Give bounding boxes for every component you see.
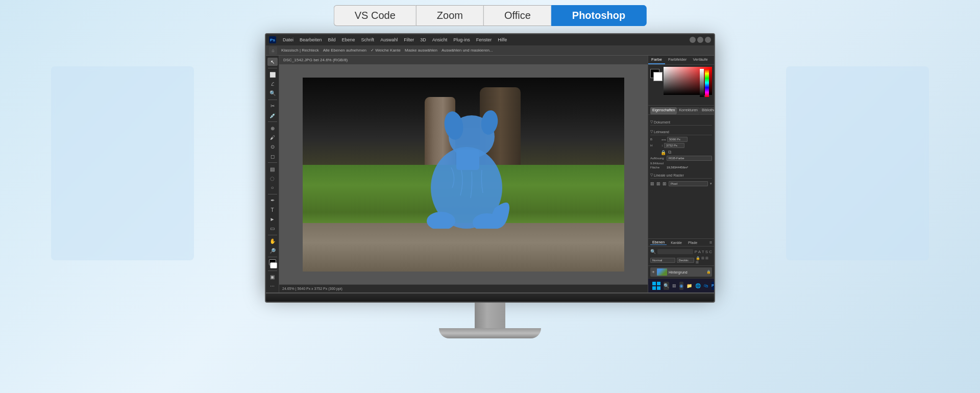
layers-search-row: 🔍 P A T S C — [648, 248, 714, 255]
prop-doc-title: ▽ Dokument — [650, 119, 712, 126]
tab-pfade[interactable]: Pfade — [686, 240, 699, 245]
menu-auswahl[interactable]: Auswahl — [378, 36, 400, 43]
taskbar-folder-icon[interactable]: 📁 — [687, 282, 692, 290]
menu-ebene[interactable]: Ebene — [339, 36, 358, 43]
tool-eraser[interactable]: ◻ — [267, 152, 278, 160]
tool-more[interactable]: ··· — [267, 282, 278, 290]
prop-row-height: H ↕ 3752 Px — [650, 143, 712, 148]
ps-status-bar: 24.65% | 5640 Px x 3752 Px (300 ppi) — [279, 284, 648, 292]
tab-zoom[interactable]: Zoom — [416, 5, 483, 26]
prop-width-input[interactable]: 5066 Px — [667, 137, 688, 142]
ps-canvas-tab: DSC_1542.JPG bei 24.6% (RGB/8) — [279, 56, 648, 65]
tab-korrekturen[interactable]: Korrekturen — [677, 107, 700, 114]
menu-ansicht[interactable]: Ansicht — [430, 36, 450, 43]
tool-spot-heal[interactable]: ⊕ — [267, 124, 278, 132]
taskbar-store-icon[interactable]: 🛍 — [704, 282, 708, 290]
layer-visibility-icon[interactable]: 👁 — [651, 270, 655, 274]
tool-clone[interactable]: ⊙ — [267, 143, 278, 151]
menu-plugins[interactable]: Plug-ins — [451, 36, 473, 43]
tool-select-rect[interactable]: ⬜ — [267, 70, 278, 79]
color-hue-strip[interactable] — [705, 69, 709, 97]
menu-datei[interactable]: Datei — [280, 36, 296, 43]
menu-bild[interactable]: Bild — [326, 36, 338, 43]
ruler-unit[interactable]: Pixel — [669, 181, 708, 186]
tab-bibliotheken[interactable]: Bibliotheken — [700, 107, 714, 114]
layers-tabs: Ebenen Kanäle Pfade ≡ — [648, 239, 714, 247]
ruler-dropdown-icon[interactable]: ▾ — [710, 182, 712, 186]
ruler-snap-icon: ⊞ — [663, 181, 667, 186]
tool-quick-select[interactable]: 🔍 — [267, 89, 278, 97]
layers-menu-icon[interactable]: ≡ — [709, 240, 712, 245]
ps-panels: Farbe Farbfelder Verläufe Muster — [648, 56, 714, 292]
side-panel-right — [786, 66, 929, 260]
color-bw-strip[interactable] — [700, 69, 704, 97]
menu-3d[interactable]: 3D — [418, 36, 429, 43]
tool-zoom[interactable]: 🔎 — [267, 247, 278, 255]
tool-path-select[interactable]: ► — [267, 215, 278, 223]
prop-flaeche-value: 19,58344456m² — [667, 166, 688, 169]
prop-flaeche-label: Fläche — [650, 166, 666, 169]
ps-canvas-area: DSC_1542.JPG bei 24.6% (RGB/8) — [279, 56, 648, 292]
tool-blur[interactable]: ◌ — [267, 174, 278, 182]
menu-hilfe[interactable]: Hilfe — [495, 36, 509, 43]
tab-vscode[interactable]: VS Code — [334, 5, 416, 26]
home-icon[interactable]: ⌂ — [269, 46, 277, 55]
tab-office[interactable]: Office — [483, 5, 551, 26]
menu-filter[interactable]: Filter — [401, 36, 416, 43]
minimize-button[interactable] — [690, 37, 696, 43]
tab-verlaufe[interactable]: Verläufe — [690, 56, 710, 64]
tool-hand[interactable]: ✋ — [267, 237, 278, 245]
windows-start-button[interactable] — [652, 281, 660, 291]
menu-schrift[interactable]: Schrift — [359, 36, 377, 43]
prop-height-input[interactable]: 3752 Px — [664, 143, 684, 148]
tool-divider-1 — [268, 68, 277, 68]
tool-gradient[interactable]: ▤ — [267, 165, 278, 173]
close-button[interactable] — [705, 37, 711, 43]
taskbar-apps-icon[interactable]: ⊞ — [672, 282, 676, 290]
layer-row-background[interactable]: 👁 Hintergrund 🔒 — [650, 267, 712, 277]
tab-kanale[interactable]: Kanäle — [669, 240, 684, 245]
taskbar-edge-icon[interactable]: 🌐 — [695, 282, 701, 290]
layers-blend-mode[interactable]: Normal — [650, 258, 675, 263]
tool-dodge[interactable]: ○ — [267, 184, 278, 192]
svg-rect-9 — [652, 286, 656, 290]
taskbar-ps-icon[interactable]: Ps — [712, 282, 714, 290]
layers-search-input[interactable] — [657, 249, 693, 254]
tool-shape[interactable]: ▭ — [267, 225, 278, 233]
menu-bearbeiten[interactable]: Bearbeiten — [297, 36, 325, 43]
monitor-screen: Ps Datei Bearbeiten Bild Ebene Schrift A… — [265, 33, 715, 293]
svg-rect-2 — [456, 150, 479, 170]
menu-fenster[interactable]: Fenster — [474, 36, 495, 43]
prop-resolution-value[interactable]: RGB-Farbe — [667, 156, 712, 161]
properties-tabs: Eigenschaften Korrekturen Bibliotheken ≡ — [648, 106, 714, 115]
tab-farbfelder[interactable]: Farbfelder — [665, 56, 690, 64]
monitor-stand-neck — [475, 303, 505, 328]
tab-farbe[interactable]: Farbe — [648, 56, 665, 64]
layers-opacity[interactable]: Deckkr. — [677, 258, 694, 263]
tab-muster[interactable]: Muster — [711, 56, 714, 64]
prop-section-canvas: ▽ Leinwand B ⟺ 5066 Px — [650, 129, 712, 169]
tool-crop[interactable]: ✂ — [267, 102, 278, 110]
ps-options-bar: ⌂ Klassisch | Rechteck Alle Ebenen aufne… — [266, 45, 714, 56]
tab-ebenen[interactable]: Ebenen — [650, 240, 667, 245]
taskbar-browser-icon[interactable]: ◉ — [679, 282, 683, 290]
tool-divider-2 — [268, 100, 277, 100]
tool-brush[interactable]: 🖌 — [267, 133, 278, 141]
monitor-bezel-bottom — [265, 293, 715, 303]
tool-lasso[interactable]: 𝓛 — [267, 80, 278, 88]
tool-background-color[interactable] — [270, 262, 277, 268]
maximize-button[interactable] — [697, 37, 703, 43]
tab-eigenschaften[interactable]: Eigenschaften — [650, 107, 677, 114]
tool-move[interactable]: ↖ — [267, 58, 278, 66]
tab-photoshop[interactable]: Photoshop — [551, 5, 646, 26]
tool-mode[interactable]: ▣ — [267, 273, 278, 281]
tool-divider-5 — [268, 194, 277, 194]
taskbar-search-icon[interactable]: 🔍 — [664, 282, 669, 290]
tool-pen[interactable]: ✒ — [267, 196, 278, 205]
prop-row-width: B ⟺ 5066 Px — [650, 137, 712, 142]
background-color-swatch[interactable] — [653, 72, 663, 81]
tool-text[interactable]: T — [267, 206, 278, 214]
ps-canvas-content[interactable] — [279, 65, 648, 284]
prop-height-label: H — [650, 144, 660, 147]
tool-eyedropper[interactable]: 💉 — [267, 111, 278, 119]
